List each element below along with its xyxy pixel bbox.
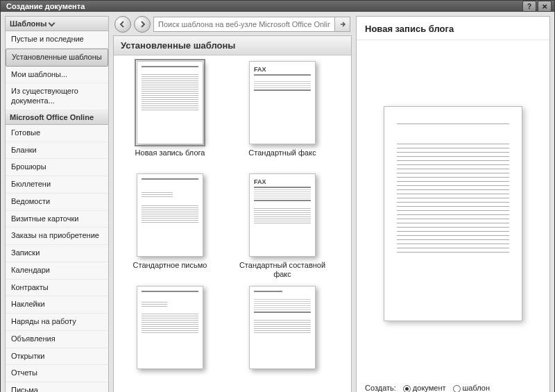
help-button[interactable]: ? — [522, 1, 536, 12]
sidebar-item[interactable]: Наряды на работу — [6, 314, 108, 331]
preview-document — [384, 106, 522, 321]
sidebar-item[interactable]: Заказы на приобретение — [6, 228, 108, 245]
sidebar-item[interactable]: Брошюры — [6, 159, 108, 176]
template-item[interactable]: FAXСтандартный факс — [233, 61, 332, 167]
search-wrap — [153, 17, 350, 32]
template-thumbnail[interactable]: FAX — [249, 61, 316, 144]
template-label: Стандартный факс — [248, 148, 316, 167]
template-label: Стандартный составной факс — [233, 261, 332, 279]
sidebar-item[interactable]: Визитные карточки — [6, 211, 108, 228]
arrow-go-icon — [339, 21, 346, 28]
template-item[interactable]: Новая запись блога — [121, 61, 219, 167]
content-header: Установленные шаблоны — [114, 36, 351, 56]
close-icon: ✕ — [542, 3, 547, 10]
radio-icon — [453, 385, 461, 392]
template-grid: Новая запись блогаFAXСтандартный факсСта… — [114, 56, 351, 392]
sidebar-item[interactable]: Календари — [6, 262, 108, 280]
search-input[interactable] — [153, 17, 335, 32]
radio-icon — [403, 385, 411, 392]
sidebar-item[interactable]: Наклейки — [6, 296, 108, 314]
template-thumbnail[interactable] — [249, 286, 316, 369]
preview-footer: Создать: документ шаблон — [357, 378, 549, 392]
titlebar: Создание документа ? ✕ — [1, 1, 554, 12]
sidebar-item[interactable]: Бюллетени — [6, 176, 108, 194]
template-item[interactable]: FAXСтандартный составной факс — [233, 173, 332, 279]
dialog-window: Создание документа ? ✕ Шаблоны Пустые и … — [0, 0, 555, 392]
middle-panel: Установленные шаблоны Новая запись блога… — [113, 16, 352, 392]
radio-template[interactable]: шаблон — [453, 384, 490, 392]
arrow-right-icon — [138, 20, 146, 28]
template-label: Новая запись блога — [135, 148, 205, 167]
sidebar-item[interactable]: Контракты — [6, 280, 108, 297]
nav-forward-button[interactable] — [134, 16, 151, 33]
preview-body — [357, 40, 549, 378]
sidebar-item[interactable]: Мои шаблоны... — [6, 67, 108, 84]
template-item[interactable]: Стандартное письмо — [121, 173, 219, 279]
sidebar-item[interactable]: Готовые — [6, 125, 108, 142]
sidebar: Шаблоны Пустые и последниеУстановленные … — [5, 16, 109, 392]
sidebar-item[interactable]: Письма — [6, 382, 108, 392]
close-button[interactable]: ✕ — [538, 1, 552, 12]
sidebar-item[interactable]: Пустые и последние — [6, 31, 108, 49]
help-icon: ? — [527, 3, 531, 10]
nav-back-button[interactable] — [114, 16, 131, 33]
sidebar-item[interactable]: Установленные шаблоны — [6, 49, 108, 67]
window-title: Создание документа — [6, 2, 85, 10]
content-panel: Установленные шаблоны Новая запись блога… — [113, 35, 352, 392]
sidebar-item[interactable]: Объявления — [6, 331, 108, 348]
template-thumbnail[interactable] — [137, 61, 203, 144]
sidebar-item[interactable]: Открытки — [6, 348, 108, 366]
sidebar-list: Пустые и последниеУстановленные шаблоныМ… — [6, 31, 108, 392]
sidebar-section-header[interactable]: Microsoft Office Online — [6, 110, 108, 125]
sidebar-item[interactable]: Ведомости — [6, 194, 108, 211]
template-item[interactable] — [121, 286, 219, 391]
preview-panel: Новая запись блога Создать: документ ш — [356, 16, 550, 392]
sidebar-item[interactable]: Записки — [6, 245, 108, 262]
sidebar-item[interactable]: Из существующего документа... — [6, 83, 108, 110]
sidebar-header[interactable]: Шаблоны — [6, 17, 108, 31]
sidebar-item[interactable]: Бланки — [6, 142, 108, 160]
preview-title: Новая запись блога — [357, 17, 549, 40]
template-thumbnail[interactable]: FAX — [249, 173, 316, 257]
dialog-body: Шаблоны Пустые и последниеУстановленные … — [1, 12, 554, 392]
template-thumbnail[interactable] — [137, 173, 203, 257]
template-thumbnail[interactable] — [137, 286, 203, 369]
sidebar-item[interactable]: Отчеты — [6, 365, 108, 382]
template-label: Стандартное письмо — [133, 261, 207, 279]
toolbar — [113, 16, 352, 35]
search-go-button[interactable] — [335, 17, 350, 32]
create-label: Создать: — [365, 384, 396, 392]
template-item[interactable] — [233, 286, 332, 391]
arrow-left-icon — [119, 20, 127, 28]
radio-document[interactable]: документ — [403, 384, 446, 392]
